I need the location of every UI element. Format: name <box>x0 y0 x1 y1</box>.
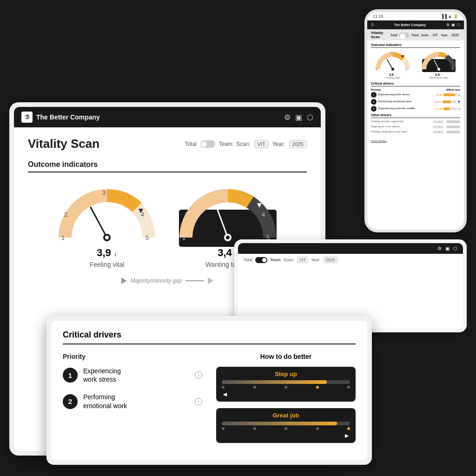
svg-text:4: 4 <box>262 211 265 218</box>
phone-outcome-title: Outcome indicators <box>371 43 460 48</box>
dot <box>253 427 256 430</box>
phone-critical-title: Critical drivers <box>371 82 460 86</box>
phone-status-icons: ▐▐ ▲ 🔋 <box>441 14 458 19</box>
phone-gauge1-val: 3.9 ↓ <box>389 73 396 76</box>
majority-minority-label: Majority/minority gap <box>131 278 182 284</box>
phone-driver-text-1: Experiencing work stress <box>378 93 434 96</box>
bottom-scan-select[interactable]: VIT <box>297 257 308 263</box>
bottom-total-label: Total <box>244 258 252 262</box>
phone-driver-text-3: Experiencing work-life conflict <box>378 107 434 110</box>
effect-bar-2: Great job ► <box>216 408 356 443</box>
phone-scan-title: Vitality Scan <box>371 31 390 39</box>
phone-effect-2: +0.53 <box>435 100 442 103</box>
gauge1-value: 3,9 ↓ <box>97 247 117 259</box>
phone-effect-3: +0.39 <box>436 107 443 110</box>
svg-text:3: 3 <box>223 189 226 196</box>
phone-no-effect-3: No effect <box>432 130 444 134</box>
bottom-toggle[interactable] <box>255 257 267 263</box>
effect-fill-2 <box>222 422 337 425</box>
phone-device: 11:15 ▐▐ ▲ 🔋 ℬ The Better Company ⚙ ▣ ⬡ … <box>364 9 467 232</box>
phone-critical-header: Priority Effect size <box>371 88 460 91</box>
bottom-card-header: ⚙ ▣ ⬡ <box>238 243 463 254</box>
bottom-scan-label: Scan: <box>284 258 294 262</box>
scan-select[interactable]: VIT <box>254 140 269 148</box>
phone-gauge1-lbl: Feeling vital <box>385 76 400 79</box>
svg-text:3: 3 <box>102 189 106 196</box>
svg-line-6 <box>91 207 107 238</box>
bottom-header-icons: ⚙ ▣ ⬡ <box>437 246 457 251</box>
header-icons: ⚙ ▣ ⬡ <box>284 113 313 122</box>
phone-driver-bar-3: +0.39 = <box>436 107 460 111</box>
phone-scan-val[interactable]: VIT <box>431 33 439 37</box>
phone-app-header: ℬ The Better Company ⚙ ▣ ⬡ <box>367 20 464 29</box>
app-logo: ℬ The Better Company <box>21 112 100 123</box>
settings-icon[interactable]: ⚙ <box>284 113 291 122</box>
phone-save-icon[interactable]: ▣ <box>451 23 455 27</box>
dot-active <box>316 386 319 389</box>
team-label: Team <box>219 141 232 147</box>
phone-share-icon[interactable]: ⬡ <box>457 23 460 27</box>
triangle-icon-2 <box>208 278 213 284</box>
phone-driver-num-3: 3 <box>371 106 377 112</box>
total-label: Total <box>185 141 196 147</box>
phone-year-val[interactable]: 2025 <box>450 33 460 37</box>
effect-bar-1: Step up ◄ <box>216 367 356 402</box>
phone-other-2: Aligning on core values No effect <box>371 125 460 129</box>
svg-text:1: 1 <box>182 234 185 241</box>
driver-item-1: 1 Experiencingwork stress i <box>63 367 202 383</box>
driver-name-2: Performingemotional work <box>83 393 189 410</box>
phone-driver-bar-2: +0.53 ★ <box>435 100 460 104</box>
dot-active <box>347 427 350 430</box>
svg-line-20 <box>387 59 393 69</box>
bottom-year-label: Year: <box>311 258 321 262</box>
effect-fill-1 <box>222 380 327 384</box>
phone-settings-icon[interactable]: ⚙ <box>446 23 450 27</box>
bottom-share-icon[interactable]: ⬡ <box>453 246 457 251</box>
minority-line <box>185 280 204 281</box>
gauge-feeling-vital: 1 2 3 4 5 3,9 ↓ Feeling vital <box>56 182 158 268</box>
phone-critical-section: Critical drivers Priority Effect size 1 … <box>371 82 460 112</box>
share-icon[interactable]: ⬡ <box>307 113 313 122</box>
bottom-card-controls: Total Team Scan: VIT Year: 2025 <box>238 254 463 266</box>
critical-drivers-card: Critical drivers Priority 1 Experiencing… <box>46 316 372 465</box>
phone-driver-1: 1 Experiencing work stress +0.82 + <box>371 92 460 98</box>
phone-other-bar-3 <box>446 131 460 133</box>
dot <box>347 386 350 389</box>
bottom-save-icon[interactable]: ▣ <box>445 246 450 251</box>
phone-scan-bar: Vitality Scan Total Team Scan: VIT Year:… <box>367 29 464 40</box>
page-title: Vitality Scan <box>28 137 99 151</box>
phone-logo: ℬ <box>371 23 374 27</box>
phone-controls: Total Team Scan: VIT Year: 2025 <box>390 33 460 38</box>
phone-gauge2-val: 3.4 ↑ <box>435 73 442 76</box>
gauge1-label: Feeling vital <box>90 261 125 268</box>
svg-text:5: 5 <box>145 234 149 241</box>
info-icon-2[interactable]: i <box>195 398 202 405</box>
bottom-settings-icon[interactable]: ⚙ <box>437 246 442 251</box>
critical-content: Priority 1 Experiencingwork stress i 2 P… <box>63 353 356 450</box>
critical-left-col: Priority 1 Experiencingwork stress i 2 P… <box>63 353 202 450</box>
bar-dots-2 <box>222 427 350 430</box>
phone-other-title: Other drivers <box>371 113 460 118</box>
phone-driver-bar-1: +0.82 + <box>436 93 460 97</box>
bottom-year-select[interactable]: 2025 <box>324 257 337 263</box>
phone-header-icons: ⚙ ▣ ⬡ <box>446 23 460 27</box>
dot <box>222 386 225 389</box>
driver-num-2: 2 <box>63 394 78 409</box>
phone-no-effect-1: No effect <box>432 120 444 124</box>
app-name: The Better Company <box>36 113 100 121</box>
svg-text:1: 1 <box>61 234 65 241</box>
phone-year-label: Year: <box>441 33 448 37</box>
phone-scan-label: Scan: <box>421 33 430 37</box>
save-icon[interactable]: ▣ <box>295 113 302 122</box>
total-team-toggle[interactable] <box>200 140 215 148</box>
svg-point-18 <box>226 236 230 239</box>
svg-point-28 <box>437 68 440 71</box>
phone-driver-3: 3 Experiencing work-life conflict +0.39 … <box>371 106 460 112</box>
info-icon-1[interactable]: i <box>195 371 202 379</box>
phone-gauge-stay: 1 5 3 3.4 ↑ Wanting to stay <box>417 50 460 79</box>
phone-other-1: Feeling socially supported No effect <box>371 120 460 124</box>
year-select[interactable]: 2025 <box>289 140 307 148</box>
phone-toggle[interactable] <box>399 33 409 38</box>
more-drivers-link[interactable]: more drivers <box>371 139 386 142</box>
svg-point-8 <box>105 236 109 239</box>
